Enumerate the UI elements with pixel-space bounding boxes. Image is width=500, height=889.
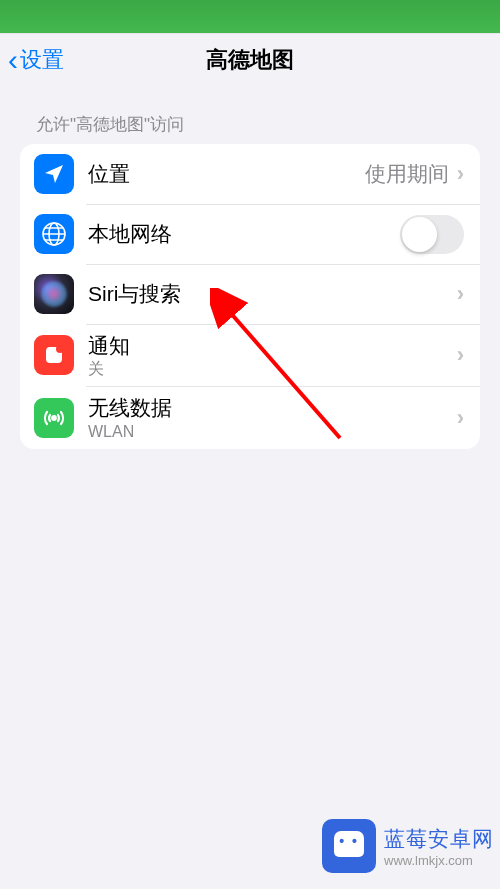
location-icon bbox=[34, 154, 74, 194]
watermark-title: 蓝莓安卓网 bbox=[384, 825, 494, 853]
row-subtitle: 关 bbox=[88, 359, 457, 378]
local-network-toggle[interactable] bbox=[400, 215, 464, 254]
section-header: 允许"高德地图"访问 bbox=[0, 85, 500, 144]
row-title: 位置 bbox=[88, 160, 365, 187]
chevron-right-icon: › bbox=[457, 161, 464, 187]
back-button[interactable]: ‹ 设置 bbox=[8, 45, 64, 75]
row-notifications[interactable]: 通知 关 › bbox=[20, 324, 480, 386]
row-value: 使用期间 bbox=[365, 160, 449, 188]
row-local-network[interactable]: 本地网络 bbox=[20, 204, 480, 264]
row-title: 本地网络 bbox=[88, 220, 400, 247]
svg-point-7 bbox=[52, 416, 56, 420]
row-title: 无线数据 bbox=[88, 394, 457, 421]
chevron-right-icon: › bbox=[457, 342, 464, 368]
watermark-url: www.lmkjx.com bbox=[384, 853, 494, 868]
row-siri-search[interactable]: Siri与搜索 › bbox=[20, 264, 480, 324]
row-location[interactable]: 位置 使用期间 › bbox=[20, 144, 480, 204]
chevron-right-icon: › bbox=[457, 281, 464, 307]
back-label: 设置 bbox=[20, 45, 64, 75]
chevron-right-icon: › bbox=[457, 405, 464, 431]
globe-icon bbox=[34, 214, 74, 254]
bell-icon bbox=[34, 335, 74, 375]
row-title: Siri与搜索 bbox=[88, 280, 457, 307]
settings-group: 位置 使用期间 › 本地网络 Siri与搜索 › 通知 关 › bbox=[20, 144, 480, 449]
row-title: 通知 bbox=[88, 332, 457, 359]
page-title: 高德地图 bbox=[206, 45, 294, 75]
row-wireless-data[interactable]: 无线数据 WLAN › bbox=[20, 386, 480, 448]
antenna-icon bbox=[34, 398, 74, 438]
navigation-bar: ‹ 设置 高德地图 bbox=[0, 33, 500, 85]
chevron-left-icon: ‹ bbox=[8, 45, 18, 75]
row-subtitle: WLAN bbox=[88, 422, 457, 441]
siri-icon bbox=[34, 274, 74, 314]
status-bar bbox=[0, 0, 500, 33]
watermark-logo-icon bbox=[322, 819, 376, 873]
svg-point-6 bbox=[56, 345, 64, 353]
watermark: 蓝莓安卓网 www.lmkjx.com bbox=[322, 819, 494, 873]
